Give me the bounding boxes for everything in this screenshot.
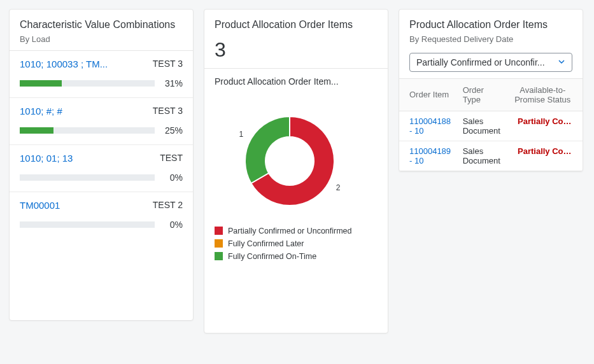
card-header: Characteristic Value Combinations By Loa… — [10, 10, 193, 50]
chart-legend: Partially Confirmed or UnconfirmedFully … — [204, 221, 388, 276]
card-product-allocation-table: Product Allocation Order Items By Reques… — [399, 9, 583, 172]
progress-value: 25% — [161, 125, 183, 136]
count-value: 3 — [204, 38, 388, 68]
card-header: Product Allocation Order Items — [204, 10, 388, 38]
item-label: 1010; 100033 ; TM... — [20, 59, 108, 69]
progress-value: 0% — [161, 172, 183, 183]
card-product-allocation-chart: Product Allocation Order Items 3 Product… — [204, 9, 388, 333]
table-header-row: Order Item Order Type Available-to-Promi… — [399, 78, 583, 111]
status-filter-dropdown[interactable]: Partially Confirmed or Unconfir... — [409, 53, 572, 72]
donut-chart: 21 — [204, 90, 388, 221]
legend-item: Fully Confirmed Later — [215, 239, 378, 248]
order-type-cell: Sales Document — [458, 141, 508, 171]
progress-bar — [20, 221, 155, 228]
item-right: TEST 2 — [153, 200, 183, 210]
list-item[interactable]: TM00001TEST 20% — [10, 192, 193, 239]
donut-slice-label: 1 — [239, 130, 244, 139]
donut-slice — [245, 116, 290, 183]
legend-label: Partially Confirmed or Unconfirmed — [228, 227, 352, 235]
list-item[interactable]: 1010; #; #TEST 325% — [10, 98, 193, 145]
legend-swatch — [215, 252, 223, 260]
card-characteristic-value-combinations: Characteristic Value Combinations By Loa… — [9, 9, 194, 321]
legend-label: Fully Confirmed On-Time — [228, 252, 316, 261]
item-label: TM00001 — [20, 200, 60, 211]
progress-bar — [20, 80, 155, 87]
col-order-type: Order Type — [458, 78, 508, 111]
item-label: 1010; 01; 13 — [20, 153, 73, 164]
order-item-link[interactable]: 110004188 - 10 — [409, 116, 451, 136]
card-title: Product Allocation Order Items — [215, 18, 378, 32]
progress-value: 31% — [161, 78, 183, 88]
atp-status: Partially Confirme... — [518, 146, 572, 156]
order-item-link[interactable]: 110004189 - 10 — [409, 146, 451, 165]
card-subtitle: By Requested Delivery Date — [409, 34, 572, 44]
legend-item: Fully Confirmed On-Time — [215, 252, 378, 261]
col-order-item: Order Item — [399, 78, 458, 111]
item-right: TEST 3 — [153, 106, 183, 116]
col-atp-status: Available-to-Promise Status — [508, 78, 583, 111]
load-list: 1010; 100033 ; TM...TEST 331%1010; #; #T… — [10, 51, 193, 239]
legend-item: Partially Confirmed or Unconfirmed — [215, 227, 378, 235]
item-label: 1010; #; # — [20, 106, 62, 116]
legend-swatch — [215, 239, 223, 248]
table-row[interactable]: 110004189 - 10Sales DocumentPartially Co… — [399, 141, 583, 171]
card-header: Product Allocation Order Items By Reques… — [399, 10, 583, 50]
order-items-table: Order Item Order Type Available-to-Promi… — [399, 78, 583, 171]
card-title: Product Allocation Order Items — [409, 18, 572, 32]
dropdown-value: Partially Confirmed or Unconfir... — [416, 57, 545, 67]
card-title: Characteristic Value Combinations — [20, 18, 183, 32]
progress-value: 0% — [161, 220, 183, 230]
item-right: TEST 3 — [153, 59, 183, 69]
table-row[interactable]: 110004188 - 10Sales DocumentPartially Co… — [399, 111, 583, 141]
card-subtitle: By Load — [20, 34, 183, 44]
order-type-cell: Sales Document — [458, 111, 508, 141]
chart-subtitle: Product Allocation Order Item... — [204, 69, 388, 90]
list-item[interactable]: 1010; 01; 13TEST0% — [10, 145, 193, 192]
legend-label: Fully Confirmed Later — [228, 239, 304, 248]
item-right: TEST — [160, 153, 183, 163]
chevron-down-icon — [558, 57, 565, 67]
progress-bar — [20, 174, 155, 181]
legend-swatch — [215, 227, 223, 235]
donut-slice-label: 2 — [336, 183, 341, 192]
atp-status: Partially Confirme... — [518, 116, 572, 126]
progress-bar — [20, 127, 155, 134]
list-item[interactable]: 1010; 100033 ; TM...TEST 331% — [10, 51, 193, 98]
